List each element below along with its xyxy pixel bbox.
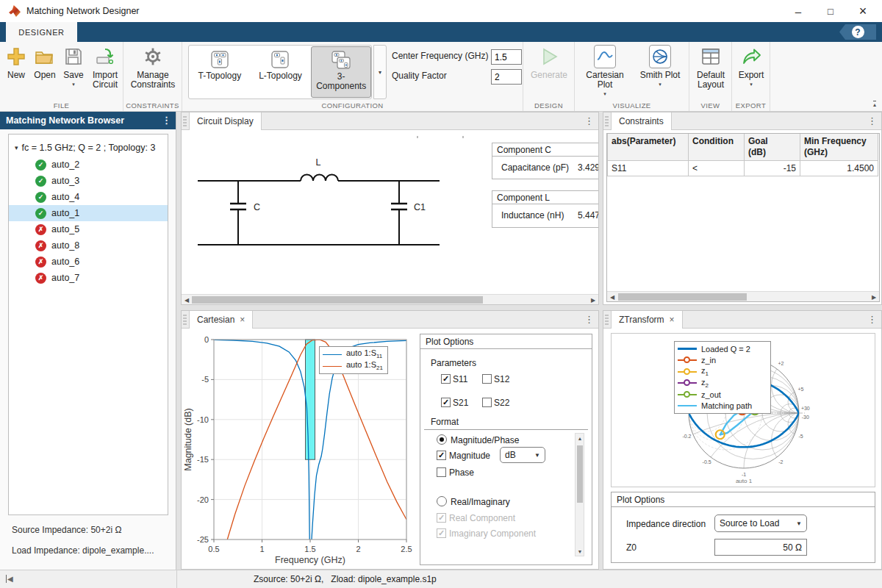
help-button[interactable]: ? <box>839 24 876 40</box>
scroll-right-icon[interactable]: ▶ <box>588 295 598 305</box>
tab-constraints[interactable]: Constraints <box>611 112 672 130</box>
constraints-panel-menu-icon[interactable]: ⋮ <box>867 115 877 126</box>
tab-close-icon[interactable]: × <box>670 315 675 325</box>
imaginary-component-checkbox[interactable] <box>437 528 446 538</box>
tab-close-icon[interactable]: × <box>240 315 245 325</box>
quality-factor-label: Quality Factor <box>392 71 447 81</box>
cap-right-label: C1 <box>414 202 426 212</box>
save-dropdown-icon[interactable]: ▾ <box>72 82 75 87</box>
default-layout-button[interactable]: Default Layout <box>693 45 728 90</box>
t-topology-button[interactable]: T-Topology <box>190 46 250 98</box>
cartesian-plot-button[interactable]: Cartesian Plot ▾ <box>578 45 632 97</box>
network-tree: ▾ fc = 1.5 GHz; Q = 2 ; Topology: 3 ✓aut… <box>8 134 168 515</box>
collapse-ribbon-icon[interactable]: ▴ <box>873 101 876 108</box>
tree-item-auto_5[interactable]: ✗auto_5 <box>9 221 168 237</box>
scroll-left-icon[interactable]: ◀ <box>607 292 617 302</box>
scroll-down-icon[interactable]: ▼ <box>576 547 584 556</box>
z0-input[interactable]: 50 Ω <box>714 539 807 556</box>
tab-cartesian[interactable]: Cartesian × <box>189 311 253 329</box>
generate-button[interactable]: Generate <box>528 45 570 80</box>
panel-grip-icon[interactable] <box>183 315 187 325</box>
status-text: Zsource: 50+2i Ω, Zload: dipole_example.… <box>254 574 437 584</box>
tree-item-auto_3[interactable]: ✓auto_3 <box>9 173 168 189</box>
s21-checkbox[interactable] <box>441 398 451 407</box>
section-label-visualize: VISUALIZE <box>575 101 689 110</box>
s12-checkbox[interactable] <box>482 374 492 384</box>
scroll-thumb[interactable] <box>577 445 583 503</box>
svg-text:2.5: 2.5 <box>401 545 412 553</box>
s11-checkbox[interactable] <box>441 374 451 384</box>
table-cell[interactable]: S11 <box>608 161 689 176</box>
load-impedance-text: Load Impedance: dipole_example.... <box>12 545 154 556</box>
gear-icon <box>143 45 162 68</box>
section-label-design: DESIGN <box>523 101 574 110</box>
tree-item-label: auto_5 <box>51 224 79 234</box>
smith-plot-button[interactable]: Smith Plot ▾ <box>637 45 684 87</box>
cartesian-panel-menu-icon[interactable]: ⋮ <box>584 314 594 325</box>
scroll-thumb[interactable] <box>192 296 483 304</box>
capacitance-value[interactable]: 3.429 <box>578 162 599 173</box>
tab-designer[interactable]: DESIGNER <box>6 22 77 42</box>
scroll-thumb[interactable] <box>618 293 747 301</box>
format-vscrollbar[interactable]: ▲ ▼ <box>575 433 584 556</box>
scroll-left-icon[interactable]: ◀ <box>182 295 192 305</box>
tab-circuit-display[interactable]: Circuit Display <box>189 112 262 130</box>
component-c-box: Component C Capacitance (pF) 3.429 <box>492 143 599 179</box>
close-button[interactable]: × <box>847 0 879 22</box>
cross-icon: ✗ <box>35 273 46 284</box>
magnitude-checkbox[interactable] <box>437 451 446 460</box>
check-icon: ✓ <box>35 159 46 171</box>
ztransform-panel-menu-icon[interactable]: ⋮ <box>867 314 877 325</box>
l-topology-button[interactable]: L-Topology <box>251 46 311 98</box>
inductance-value[interactable]: 5.447 <box>578 210 599 220</box>
minimize-button[interactable]: – <box>782 0 814 22</box>
tree-item-auto_8[interactable]: ✗auto_8 <box>9 237 168 254</box>
tree-item-auto_6[interactable]: ✗auto_6 <box>9 254 168 270</box>
export-button[interactable]: Export ▾ <box>736 45 767 87</box>
collapse-sidebar-icon[interactable]: ◀ <box>6 575 13 583</box>
table-cell[interactable]: < <box>689 161 745 176</box>
tree-item-auto_2[interactable]: ✓auto_2 <box>9 157 168 173</box>
svg-text:+30: +30 <box>801 406 810 411</box>
smith-plot-dropdown-icon[interactable]: ▾ <box>659 82 662 87</box>
new-button[interactable]: New <box>3 45 29 80</box>
table-cell[interactable]: 1.4500 <box>800 161 878 176</box>
tree-item-auto_4[interactable]: ✓auto_4 <box>9 189 168 205</box>
panel-grip-icon[interactable] <box>183 116 187 126</box>
circuit-panel-menu-icon[interactable]: ⋮ <box>584 115 594 126</box>
tree-root[interactable]: ▾ fc = 1.5 GHz; Q = 2 ; Topology: 3 <box>9 139 168 157</box>
column-header: Goal (dB) <box>745 134 800 161</box>
panel-grip-icon[interactable] <box>605 116 609 126</box>
phase-checkbox[interactable] <box>437 467 446 477</box>
panel-grip-icon[interactable] <box>605 315 609 325</box>
constraints-hscrollbar[interactable]: ◀ ▶ <box>607 291 879 301</box>
table-cell[interactable]: -15 <box>745 161 800 176</box>
save-button[interactable]: Save ▾ <box>60 45 87 87</box>
tree-root-label: fc = 1.5 GHz; Q = 2 ; Topology: 3 <box>22 143 156 153</box>
circuit-hscrollbar[interactable]: ◀ ▶ <box>182 294 598 304</box>
real-imaginary-radio[interactable] <box>437 496 447 506</box>
magnitude-phase-radio[interactable] <box>437 434 447 445</box>
import-circuit-button[interactable]: Import Circuit <box>88 45 122 90</box>
tree-item-auto_1[interactable]: ✓auto_1 <box>9 205 168 221</box>
magnitude-unit-dropdown[interactable]: dB ▼ <box>500 447 545 463</box>
tree-expander-icon[interactable]: ▾ <box>15 144 18 151</box>
three-components-button[interactable]: 3- Components <box>311 46 371 98</box>
tree-item-auto_7[interactable]: ✗auto_7 <box>9 270 168 286</box>
cartesian-plot-dropdown-icon[interactable]: ▾ <box>603 91 606 97</box>
tab-ztransform[interactable]: ZTransform × <box>611 311 683 329</box>
s22-checkbox[interactable] <box>482 398 492 407</box>
impedance-direction-dropdown[interactable]: Source to Load ▼ <box>714 514 807 532</box>
circuit-display-panel: Circuit Display ⋮ L C C1 <box>181 112 599 305</box>
open-button[interactable]: Open <box>31 45 59 80</box>
manage-constraints-button[interactable]: Manage Constraints <box>126 45 179 90</box>
real-component-checkbox[interactable] <box>437 513 446 523</box>
scroll-right-icon[interactable]: ▶ <box>869 292 879 302</box>
scroll-up-icon[interactable]: ▲ <box>576 434 584 442</box>
maximize-button[interactable]: □ <box>814 0 847 22</box>
quality-factor-input[interactable] <box>491 69 522 85</box>
center-frequency-input[interactable] <box>491 49 522 65</box>
browser-menu-icon[interactable]: ⋮ <box>162 115 171 126</box>
topology-gallery-dropdown[interactable]: ▾ <box>373 45 387 99</box>
export-dropdown-icon[interactable]: ▾ <box>750 82 753 87</box>
